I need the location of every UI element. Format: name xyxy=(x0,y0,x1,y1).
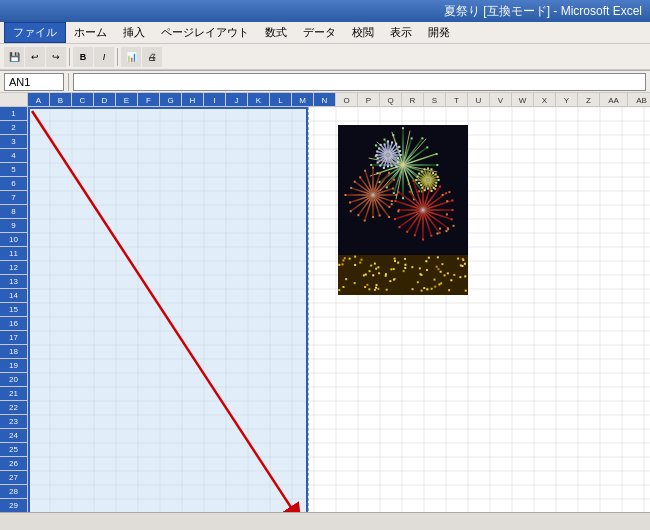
formula-sep xyxy=(68,73,69,91)
menu-bar: ファイルホーム挿入ページレイアウト数式データ校閲表示開発 xyxy=(0,22,650,44)
row-header-14[interactable]: 14 xyxy=(0,289,27,303)
formula-input[interactable] xyxy=(73,73,646,91)
toolbar-save[interactable]: 💾 xyxy=(4,47,24,67)
col-header-L[interactable]: L xyxy=(270,93,292,106)
page-break-vertical xyxy=(308,107,309,521)
grid-area: 1234567891011121314151617181920212223242… xyxy=(0,107,650,530)
ribbon: ファイルホーム挿入ページレイアウト数式データ校閲表示開発 💾 ↩ ↪ B I 📊… xyxy=(0,22,650,71)
title-bar: 夏祭り [互換モード] - Microsoft Excel xyxy=(0,0,650,22)
toolbar-bold[interactable]: B xyxy=(73,47,93,67)
row-header-5[interactable]: 5 xyxy=(0,163,27,177)
col-header-X[interactable]: X xyxy=(534,93,556,106)
col-header-Y[interactable]: Y xyxy=(556,93,578,106)
col-header-F[interactable]: F xyxy=(138,93,160,106)
row-header-11[interactable]: 11 xyxy=(0,247,27,261)
row-header-29[interactable]: 29 xyxy=(0,499,27,513)
row-header-18[interactable]: 18 xyxy=(0,345,27,359)
col-header-Z[interactable]: Z xyxy=(578,93,600,106)
row-header-26[interactable]: 26 xyxy=(0,457,27,471)
menu-item-ページレイアウト[interactable]: ページレイアウト xyxy=(153,23,257,42)
col-header-A[interactable]: A xyxy=(28,93,50,106)
row-header-12[interactable]: 12 xyxy=(0,261,27,275)
col-header-O[interactable]: O xyxy=(336,93,358,106)
menu-item-表示[interactable]: 表示 xyxy=(382,23,420,42)
col-header-scroll: ABCDEFGHIJKLMNOPQRSTUVWXYZAAABACADAEAFAG… xyxy=(28,93,650,106)
col-header-V[interactable]: V xyxy=(490,93,512,106)
menu-item-ホーム[interactable]: ホーム xyxy=(66,23,115,42)
row-header-24[interactable]: 24 xyxy=(0,429,27,443)
selected-region xyxy=(28,107,308,521)
row-header-9[interactable]: 9 xyxy=(0,219,27,233)
col-header-T[interactable]: T xyxy=(446,93,468,106)
row-header-19[interactable]: 19 xyxy=(0,359,27,373)
col-header-P[interactable]: P xyxy=(358,93,380,106)
toolbar-sep1 xyxy=(69,48,70,66)
row-header-15[interactable]: 15 xyxy=(0,303,27,317)
row-header-22[interactable]: 22 xyxy=(0,401,27,415)
row-header-4[interactable]: 4 xyxy=(0,149,27,163)
row-header-3[interactable]: 3 xyxy=(0,135,27,149)
col-header-AA[interactable]: AA xyxy=(600,93,628,106)
row-headers: 1234567891011121314151617181920212223242… xyxy=(0,107,28,530)
row-header-25[interactable]: 25 xyxy=(0,443,27,457)
menu-item-挿入[interactable]: 挿入 xyxy=(115,23,153,42)
menu-item-ファイル[interactable]: ファイル xyxy=(4,22,66,43)
row-header-16[interactable]: 16 xyxy=(0,317,27,331)
col-header-I[interactable]: I xyxy=(204,93,226,106)
grid-canvas[interactable] xyxy=(28,107,650,530)
menu-item-数式[interactable]: 数式 xyxy=(257,23,295,42)
row-header-20[interactable]: 20 xyxy=(0,373,27,387)
toolbar-undo[interactable]: ↩ xyxy=(25,47,45,67)
row-header-23[interactable]: 23 xyxy=(0,415,27,429)
menu-item-校閲[interactable]: 校閲 xyxy=(344,23,382,42)
col-header-E[interactable]: E xyxy=(116,93,138,106)
col-header-Q[interactable]: Q xyxy=(380,93,402,106)
toolbar: 💾 ↩ ↪ B I 📊 🖨 xyxy=(0,44,650,70)
fireworks-canvas xyxy=(338,125,468,295)
col-header-U[interactable]: U xyxy=(468,93,490,106)
row-header-27[interactable]: 27 xyxy=(0,471,27,485)
formula-bar xyxy=(0,71,650,93)
name-box[interactable] xyxy=(4,73,64,91)
col-header-AB[interactable]: AB xyxy=(628,93,650,106)
row-header-1[interactable]: 1 xyxy=(0,107,27,121)
col-header-C[interactable]: C xyxy=(72,93,94,106)
col-header-H[interactable]: H xyxy=(182,93,204,106)
status-bar xyxy=(0,512,650,530)
row-header-8[interactable]: 8 xyxy=(0,205,27,219)
row-header-7[interactable]: 7 xyxy=(0,191,27,205)
row-header-6[interactable]: 6 xyxy=(0,177,27,191)
menu-item-開発[interactable]: 開発 xyxy=(420,23,458,42)
col-header-K[interactable]: K xyxy=(248,93,270,106)
row-header-13[interactable]: 13 xyxy=(0,275,27,289)
col-header-S[interactable]: S xyxy=(424,93,446,106)
toolbar-redo[interactable]: ↪ xyxy=(46,47,66,67)
col-header-B[interactable]: B xyxy=(50,93,72,106)
spreadsheet: ABCDEFGHIJKLMNOPQRSTUVWXYZAAABACADAEAFAG… xyxy=(0,93,650,530)
arrow-svg xyxy=(28,107,308,521)
corner-cell[interactable] xyxy=(0,93,28,107)
svg-line-107 xyxy=(32,111,296,515)
toolbar-print[interactable]: 🖨 xyxy=(142,47,162,67)
col-header-M[interactable]: M xyxy=(292,93,314,106)
row-header-2[interactable]: 2 xyxy=(0,121,27,135)
toolbar-chart[interactable]: 📊 xyxy=(121,47,141,67)
row-header-28[interactable]: 28 xyxy=(0,485,27,499)
row-header-21[interactable]: 21 xyxy=(0,387,27,401)
col-header-G[interactable]: G xyxy=(160,93,182,106)
row-header-10[interactable]: 10 xyxy=(0,233,27,247)
col-header-R[interactable]: R xyxy=(402,93,424,106)
col-header-N[interactable]: N xyxy=(314,93,336,106)
toolbar-sep2 xyxy=(117,48,118,66)
toolbar-italic[interactable]: I xyxy=(94,47,114,67)
col-header-J[interactable]: J xyxy=(226,93,248,106)
title-text: 夏祭り [互換モード] - Microsoft Excel xyxy=(444,3,642,20)
col-headers: ABCDEFGHIJKLMNOPQRSTUVWXYZAAABACADAEAFAG… xyxy=(0,93,650,107)
fireworks-image xyxy=(338,125,468,295)
col-header-D[interactable]: D xyxy=(94,93,116,106)
row-header-17[interactable]: 17 xyxy=(0,331,27,345)
menu-item-データ[interactable]: データ xyxy=(295,23,344,42)
col-header-W[interactable]: W xyxy=(512,93,534,106)
